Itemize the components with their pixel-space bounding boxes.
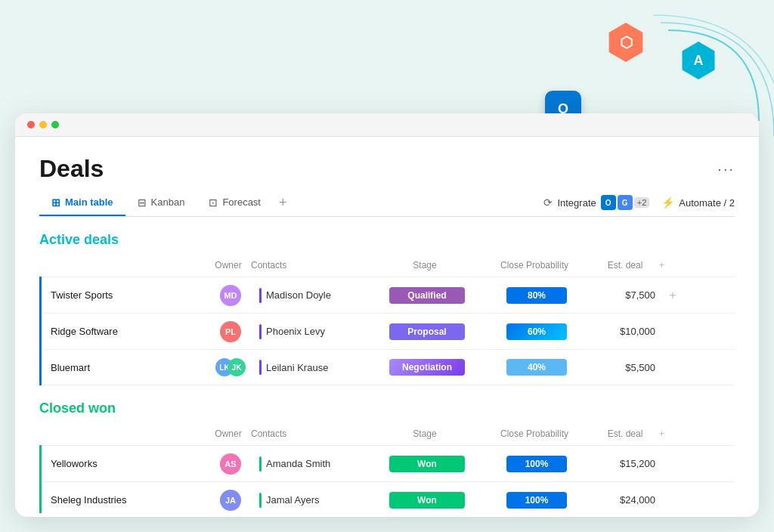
col-owner: Owner	[206, 428, 251, 439]
col-add: +	[659, 428, 682, 439]
prob-badge: 100%	[506, 456, 567, 472]
tabs-left: ⊞ Main table ⊟ Kanban ⊡ Forecast +	[39, 189, 293, 216]
contact-name: Jamal Ayers	[266, 494, 320, 506]
add-tab-button[interactable]: +	[273, 189, 293, 217]
deal-owner: PL	[208, 321, 253, 342]
main-table-label: Main table	[65, 196, 113, 208]
col-stage: Stage	[372, 428, 478, 439]
automate-icon: ⚡	[661, 196, 674, 209]
deal-name: Ridge Software	[42, 326, 208, 337]
col-name	[39, 428, 206, 439]
avatar: PL	[220, 321, 241, 342]
contact-bar	[259, 360, 262, 375]
page-title: Deals	[39, 155, 104, 183]
prob-badge: 40%	[506, 359, 567, 376]
add-col-button[interactable]: +	[659, 260, 664, 271]
active-deals-title: Active deals	[39, 232, 735, 248]
window-body: Deals ··· ⊞ Main table ⊟ Kanban ⊡	[15, 137, 759, 513]
more-options-button[interactable]: ···	[717, 160, 735, 178]
closed-won-col-headers: Owner Contacts Stage Close Probability E…	[39, 425, 735, 442]
stage-badge: Won	[389, 456, 465, 472]
window-minimize-dot[interactable]	[39, 121, 47, 128]
prob-badge: 80%	[506, 287, 567, 304]
prob-badge: 60%	[506, 323, 567, 340]
closed-won-rows: Yelloworks AS Amanda Smith Won 100%	[39, 445, 735, 513]
avatar: AS	[220, 453, 241, 475]
row-add-button[interactable]: +	[661, 289, 684, 302]
add-col-button[interactable]: +	[659, 428, 664, 439]
avatar: JA	[220, 490, 241, 511]
integration-avatars: O G +2	[601, 195, 650, 210]
integrate-label: Integrate	[557, 197, 596, 209]
contact-bar	[259, 288, 262, 303]
contact-name: Leilani Krause	[266, 362, 328, 373]
contact-bar	[259, 493, 262, 508]
automate-label: Automate / 2	[679, 197, 735, 209]
deal-value: $7,500	[593, 289, 661, 301]
table-row: Ridge Software PL Phoenix Levy Proposal	[42, 313, 735, 349]
deal-name: Sheleg Industries	[42, 494, 208, 506]
kanban-label: Kanban	[151, 196, 185, 208]
stage-badge: Negotiation	[389, 359, 465, 376]
deal-contact: Leilani Krause	[253, 360, 374, 375]
deal-name: Yelloworks	[42, 458, 208, 469]
page-header: Deals ···	[39, 155, 735, 183]
col-prob: Close Probability	[478, 428, 591, 439]
deal-name: Bluemart	[42, 362, 208, 373]
table-row: Sheleg Industries JA Jamal Ayers Won 1	[42, 481, 735, 513]
int-count: +2	[634, 197, 650, 208]
contact-name: Amanda Smith	[266, 458, 330, 469]
closed-won-title: Closed won	[39, 401, 735, 416]
kanban-icon: ⊟	[138, 196, 147, 209]
col-owner: Owner	[206, 260, 251, 271]
stage-badge: Proposal	[389, 323, 465, 340]
contact-name: Phoenix Levy	[266, 326, 325, 337]
int-outlook: O	[601, 195, 616, 210]
window-close-dot[interactable]	[27, 121, 35, 128]
deal-owner: MD	[208, 285, 253, 306]
deal-owner: LK JK	[208, 358, 253, 376]
deal-stage: Won	[374, 492, 480, 509]
col-prob: Close Probability	[478, 260, 591, 271]
deal-owner: JA	[208, 490, 253, 511]
avatar-pair: LK JK	[215, 358, 246, 376]
deal-value: $5,500	[593, 362, 661, 373]
deal-value: $15,200	[593, 458, 661, 469]
tab-main-table[interactable]: ⊞ Main table	[39, 190, 125, 216]
deal-contact: Jamal Ayers	[253, 493, 374, 508]
forecast-icon: ⊡	[209, 196, 218, 209]
outer-container: ⬡ O A M Deals ··· ⊞	[0, 0, 774, 532]
deal-owner: AS	[208, 453, 253, 475]
avatar: JK	[228, 358, 246, 376]
int-google: G	[618, 195, 633, 210]
contact-bar	[259, 456, 262, 472]
deal-value: $10,000	[593, 326, 661, 337]
deal-value: $24,000	[593, 494, 661, 506]
automate-button[interactable]: ⚡ Automate / 2	[661, 196, 735, 209]
col-est: Est. deal	[591, 260, 659, 271]
deal-stage: Negotiation	[374, 359, 480, 376]
stage-badge: Won	[389, 492, 465, 509]
stage-badge: Qualified	[389, 287, 465, 304]
deal-contact: Amanda Smith	[253, 456, 374, 472]
col-est: Est. deal	[591, 428, 659, 439]
integrate-icon: ⟳	[543, 196, 553, 209]
main-table-icon: ⊞	[51, 196, 60, 209]
deal-probability: 100%	[480, 456, 593, 472]
tabs-bar: ⊞ Main table ⊟ Kanban ⊡ Forecast +	[39, 189, 735, 217]
active-deals-section: Active deals Owner Contacts Stage Close …	[39, 232, 735, 385]
col-contacts: Contacts	[251, 260, 372, 271]
deal-probability: 80%	[480, 287, 593, 304]
tab-kanban[interactable]: ⊟ Kanban	[125, 190, 197, 216]
col-add: +	[659, 260, 682, 271]
active-deals-col-headers: Owner Contacts Stage Close Probability E…	[39, 257, 735, 274]
tabs-right: ⟳ Integrate O G +2 ⚡ Automate / 2	[543, 195, 735, 210]
app-window: Deals ··· ⊞ Main table ⊟ Kanban ⊡	[15, 113, 759, 517]
col-stage: Stage	[372, 260, 478, 271]
integrate-button[interactable]: ⟳ Integrate O G +2	[543, 195, 649, 210]
contact-name: Madison Doyle	[266, 289, 331, 301]
window-maximize-dot[interactable]	[51, 121, 59, 128]
tab-forecast[interactable]: ⊡ Forecast	[197, 190, 273, 216]
contact-bar	[259, 324, 262, 339]
deal-stage: Qualified	[374, 287, 480, 304]
